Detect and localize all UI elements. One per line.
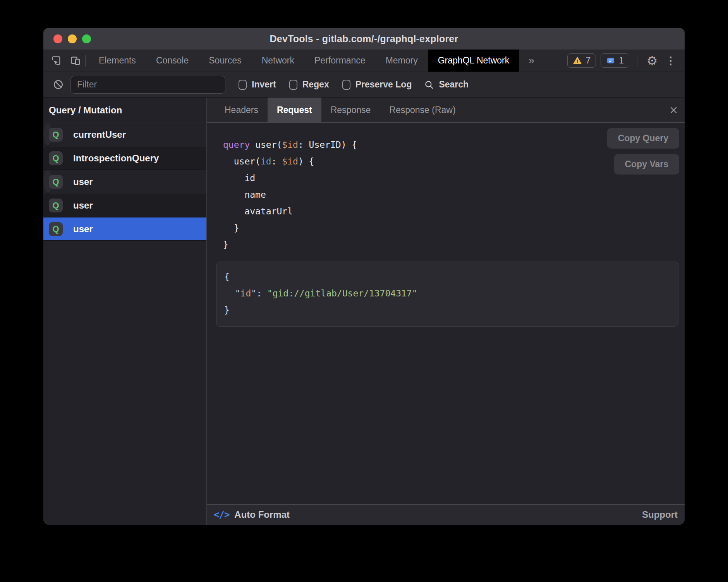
preserve-log-checkbox[interactable]: Preserve Log [342, 79, 412, 90]
checkbox-box-icon [239, 80, 247, 90]
checkbox-box-icon [289, 80, 297, 90]
devtools-window: DevTools - gitlab.com/-/graphql-explorer… [43, 28, 685, 525]
title-bar: DevTools - gitlab.com/-/graphql-explorer [43, 28, 685, 50]
copy-buttons: Copy Query Copy Vars [607, 128, 679, 175]
device-toolbar-icon[interactable] [69, 54, 82, 67]
request-panel-body: query user($id: UserID) { user(id: $id) … [207, 123, 685, 504]
list-item-label: IntrospectionQuery [73, 153, 159, 164]
tab-graphql-network[interactable]: GraphQL Network [428, 50, 520, 72]
toolbar-divider [637, 55, 637, 67]
clear-block-icon[interactable] [51, 79, 65, 90]
list-item-introspectionQuery[interactable]: Q IntrospectionQuery [43, 147, 206, 170]
invert-checkbox[interactable]: Invert [239, 79, 276, 90]
more-tabs-icon[interactable]: » [519, 50, 543, 72]
filter-input[interactable] [70, 76, 225, 94]
list-item-user-2[interactable]: Q user [43, 194, 206, 217]
tab-performance[interactable]: Performance [304, 50, 376, 72]
auto-format-label: Auto Format [234, 509, 290, 520]
auto-format-button[interactable]: </> Auto Format [214, 509, 290, 520]
list-item-currentUser[interactable]: Q currentUser [43, 123, 52, 147]
message-icon [606, 56, 615, 65]
search-icon [424, 80, 434, 90]
minimize-window-button[interactable] [68, 34, 77, 43]
query-list-sidebar: Query / Mutation Q currentUser Q Introsp… [43, 98, 207, 525]
sidebar-header: Query / Mutation [43, 98, 206, 123]
tab-elements[interactable]: Elements [89, 50, 146, 72]
issues-badge[interactable]: 1 [601, 53, 629, 68]
search-control[interactable]: Search [424, 79, 469, 90]
filter-bar: Invert Regex Preserve Log Search [43, 72, 685, 98]
query-type-badge: Q [49, 222, 63, 236]
detail-panel: Headers Request Response Response (Raw) … [207, 98, 685, 525]
query-type-badge: Q [49, 128, 63, 142]
toolbar-divider [85, 55, 86, 67]
regex-checkbox-label: Regex [302, 79, 329, 90]
detail-footer: </> Auto Format Support [207, 504, 685, 525]
warnings-badge[interactable]: 7 [567, 53, 596, 68]
list-item-label: currentUser [73, 129, 126, 140]
tab-headers[interactable]: Headers [215, 98, 268, 122]
copy-query-button[interactable]: Copy Query [607, 128, 679, 149]
issues-count: 1 [619, 55, 624, 66]
tab-network[interactable]: Network [252, 50, 304, 72]
tab-console[interactable]: Console [146, 50, 199, 72]
window-title: DevTools - gitlab.com/-/graphql-explorer [270, 33, 458, 45]
inspect-element-icon[interactable] [50, 54, 63, 67]
query-type-badge: Q [49, 175, 63, 189]
overflow-menu-icon[interactable]: ⋮ [664, 55, 678, 67]
search-label: Search [439, 79, 469, 90]
zoom-window-button[interactable] [82, 34, 91, 43]
query-variables-box: { "id": "gid://gitlab/User/13704317"} [216, 262, 678, 327]
invert-checkbox-label: Invert [252, 79, 276, 90]
close-window-button[interactable] [53, 34, 62, 43]
support-link[interactable]: Support [642, 509, 678, 520]
close-icon [669, 105, 678, 115]
list-item-label: user [73, 224, 93, 235]
panel-tabs: Elements Console Sources Network Perform… [89, 50, 544, 72]
toolbar-right-controls: 7 1 ⚙ ⋮ [567, 50, 685, 72]
query-variables-code: { "id": "gid://gitlab/User/13704317"} [224, 269, 670, 318]
main-split: Query / Mutation Q currentUser Q Introsp… [43, 98, 685, 525]
regex-checkbox[interactable]: Regex [289, 79, 329, 90]
warning-icon [573, 56, 582, 65]
copy-vars-button[interactable]: Copy Vars [614, 154, 680, 175]
code-format-icon: </> [214, 509, 229, 520]
query-type-badge: Q [49, 151, 63, 165]
tab-response[interactable]: Response [321, 98, 380, 122]
close-detail-button[interactable] [669, 98, 678, 122]
list-item-user-1[interactable]: Q user [43, 170, 52, 194]
query-type-badge: Q [49, 199, 63, 212]
tab-memory[interactable]: Memory [376, 50, 428, 72]
settings-gear-icon[interactable]: ⚙ [645, 53, 659, 68]
traffic-lights [53, 28, 91, 50]
detail-tab-bar: Headers Request Response Response (Raw) [207, 98, 685, 123]
sidebar-empty-area [43, 241, 206, 525]
list-item-label: user [73, 200, 93, 211]
checkbox-box-icon [342, 80, 350, 90]
warning-count: 7 [585, 55, 591, 66]
preserve-log-checkbox-label: Preserve Log [355, 79, 412, 90]
tab-request[interactable]: Request [268, 98, 321, 122]
toolbar-icons [43, 50, 82, 72]
list-item-user-selected[interactable]: Q user [43, 217, 206, 241]
devtools-toolbar: Elements Console Sources Network Perform… [43, 50, 685, 72]
list-item-label: user [73, 176, 93, 187]
tab-response-raw[interactable]: Response (Raw) [380, 98, 465, 122]
tab-sources[interactable]: Sources [199, 50, 251, 72]
